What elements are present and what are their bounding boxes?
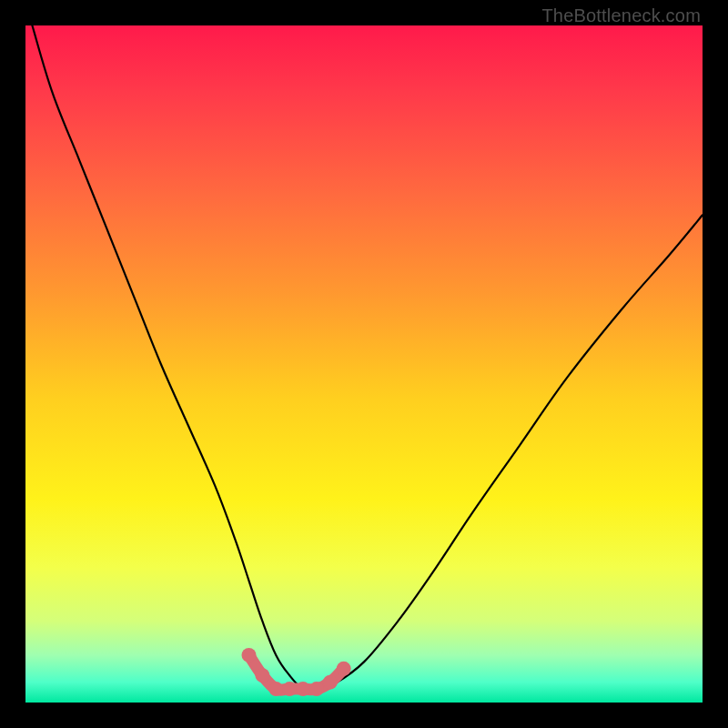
watermark-text: TheBottleneck.com: [541, 5, 701, 26]
svg-point-5: [296, 682, 310, 696]
chart-overlay: [25, 25, 703, 703]
plot-area: [25, 25, 703, 703]
svg-point-8: [337, 662, 351, 676]
optimal-flat-region: [242, 648, 351, 696]
svg-point-7: [323, 675, 338, 690]
svg-point-4: [282, 682, 297, 696]
svg-point-2: [255, 668, 269, 682]
svg-point-3: [268, 682, 283, 696]
bottleneck-curve: [32, 25, 703, 691]
outer-frame: TheBottleneck.com: [0, 0, 728, 728]
svg-point-6: [309, 682, 324, 696]
svg-point-1: [242, 648, 257, 662]
